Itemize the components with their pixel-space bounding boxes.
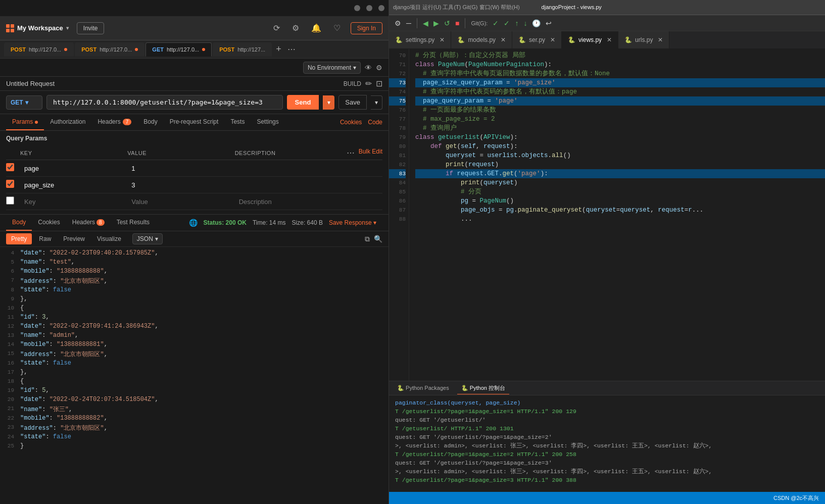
file-close-ser[interactable]: ✕ — [550, 36, 555, 43]
param-value-2[interactable] — [127, 181, 234, 189]
tab-body[interactable]: Body — [137, 114, 163, 130]
send-button[interactable]: Send — [287, 95, 319, 110]
url-input[interactable] — [46, 95, 283, 110]
method-select[interactable]: GET ▾ — [6, 95, 42, 110]
ide-tool-stop[interactable]: ■ — [454, 18, 461, 28]
file-tab-views[interactable]: 🐍 views.py ✕ — [562, 31, 618, 49]
param-checkbox-1[interactable] — [6, 163, 14, 171]
ide-git-clock[interactable]: 🕐 — [530, 18, 542, 28]
save-caret-button[interactable]: ▾ — [371, 95, 382, 110]
ide-tool-back[interactable]: ◀ — [421, 18, 430, 28]
file-tab-urls[interactable]: 🐍 urls.py ✕ — [618, 31, 669, 49]
resp-tab-headers[interactable]: Headers8 — [66, 215, 111, 231]
tab-0[interactable]: POST http://127.0... — [4, 42, 74, 57]
build-button[interactable]: BUILD — [344, 80, 361, 87]
file-close-settings[interactable]: ✕ — [440, 36, 445, 43]
tab-1[interactable]: POST http://127.0... — [75, 42, 144, 57]
save-button[interactable]: Save — [338, 95, 367, 110]
ide-status-bar: CSDN @2c不高兴 — [389, 492, 825, 504]
ide-tool-gear[interactable]: ⚙ — [393, 18, 403, 28]
param-key-empty[interactable] — [20, 198, 127, 206]
tab-method-2: GET — [152, 46, 164, 53]
close-button[interactable] — [378, 5, 384, 11]
ide-project-title: djangoProject - views.py — [542, 4, 602, 10]
save-response-button[interactable]: Save Response ▾ — [329, 219, 376, 226]
tab-params[interactable]: Params — [6, 114, 44, 130]
env-settings-icon[interactable]: ⚙ — [376, 64, 382, 72]
term-tab-packages[interactable]: 🐍 Python Packages — [393, 383, 453, 393]
env-caret-icon: ▾ — [353, 64, 356, 71]
ide-title-text: django项目 运行(U) 工具(T) Git(G) 窗口(W) 帮助(H) … — [393, 4, 602, 11]
param-value-1[interactable] — [127, 165, 234, 172]
ide-git-check2[interactable]: ✓ — [502, 18, 511, 28]
file-tab-settings[interactable]: 🐍 settings.py ✕ — [389, 31, 451, 49]
file-close-models[interactable]: ✕ — [501, 36, 506, 43]
tab-prerequest[interactable]: Pre-request Script — [164, 114, 225, 130]
invite-button[interactable]: Invite — [77, 22, 105, 34]
file-tab-models[interactable]: 🐍 models.py ✕ — [451, 31, 512, 49]
format-preview[interactable]: Preview — [58, 233, 90, 244]
ide-tool-reload[interactable]: ↺ — [443, 18, 452, 28]
resp-tab-body[interactable]: Body — [6, 215, 32, 231]
param-desc-2[interactable] — [235, 181, 342, 189]
tab-authorization[interactable]: Authorization — [44, 114, 91, 130]
add-tab-button[interactable]: + — [273, 44, 284, 55]
param-desc-empty[interactable] — [235, 198, 342, 206]
resp-tab-cookies[interactable]: Cookies — [32, 215, 66, 231]
ide-git-arrow-up[interactable]: ↑ — [513, 18, 520, 28]
param-checkbox-2[interactable] — [6, 180, 14, 188]
response-action-icons: ⧉ 🔍 — [365, 235, 382, 243]
sign-in-button[interactable]: Sign In — [351, 22, 382, 34]
copy-icon[interactable]: ⧉ — [365, 235, 370, 243]
format-visualize[interactable]: Visualize — [92, 233, 126, 244]
more-actions-icon[interactable]: ⋯ — [347, 148, 355, 158]
notifications-icon[interactable]: 🔔 — [311, 23, 321, 33]
response-format-bar: Pretty Raw Preview Visualize JSON ▾ ⧉ 🔍 — [0, 231, 389, 247]
json-line-17: 17 }, — [0, 368, 389, 377]
code-link[interactable]: Code — [368, 119, 382, 126]
resp-tab-tests[interactable]: Test Results — [111, 215, 156, 231]
terminal-tabs: 🐍 Python Packages 🐍 Python 控制台 — [389, 381, 825, 395]
bulk-edit-button[interactable]: Bulk Edit — [359, 148, 382, 158]
cookies-link[interactable]: Cookies — [340, 119, 362, 126]
format-type-label: JSON — [137, 235, 153, 242]
param-key-2[interactable] — [20, 181, 127, 189]
minimize-button[interactable] — [354, 5, 360, 11]
json-line-22: 22 "mobile": "13888888882", — [0, 414, 389, 423]
format-type-select[interactable]: JSON ▾ — [132, 233, 163, 244]
file-tab-ser[interactable]: 🐍 ser.py ✕ — [512, 31, 562, 49]
maximize-button[interactable] — [366, 5, 372, 11]
tab-url-2: http://127.0... — [167, 46, 199, 53]
search-response-icon[interactable]: 🔍 — [374, 235, 382, 243]
tab-headers[interactable]: Headers7 — [91, 114, 137, 130]
param-key-1[interactable] — [20, 165, 127, 172]
format-raw[interactable]: Raw — [34, 233, 56, 244]
tab-3[interactable]: POST http://127... — [213, 42, 272, 57]
file-close-urls[interactable]: ✕ — [658, 36, 663, 43]
code-lines-area[interactable]: 70 71 72 73 74 75 76 77 78 79 80 81 82 8… — [389, 49, 825, 381]
settings-icon[interactable]: ⚙ — [292, 23, 299, 33]
ide-tool-forward[interactable]: ▶ — [432, 18, 441, 28]
pencil-icon[interactable]: ✏ — [365, 79, 372, 88]
tab-settings[interactable]: Settings — [251, 114, 284, 130]
eye-icon[interactable]: 👁 — [365, 64, 372, 72]
more-tabs-button[interactable]: ⋯ — [285, 44, 298, 54]
ide-git-arrow-down[interactable]: ↓ — [522, 18, 528, 28]
ide-tool-minus[interactable]: ─ — [405, 18, 413, 28]
tab-2[interactable]: GET http://127.0... — [145, 42, 212, 57]
param-desc-1[interactable] — [235, 165, 342, 172]
favorites-icon[interactable]: ♡ — [333, 23, 341, 33]
param-value-empty[interactable] — [127, 198, 234, 206]
term-tab-console[interactable]: 🐍 Python 控制台 — [457, 382, 509, 394]
environment-select[interactable]: No Environment ▾ — [303, 62, 361, 74]
format-pretty[interactable]: Pretty — [6, 233, 32, 244]
send-caret-button[interactable]: ▾ — [323, 95, 334, 110]
param-checkbox-3[interactable] — [6, 196, 14, 205]
more-options-icon[interactable]: ⊡ — [376, 79, 382, 88]
file-close-views[interactable]: ✕ — [607, 36, 612, 43]
ide-git-check[interactable]: ✓ — [491, 18, 500, 28]
sync-icon[interactable]: ⟳ — [273, 23, 280, 33]
ide-git-undo[interactable]: ↩ — [544, 18, 553, 28]
workspace-logo[interactable]: My Workspace ▾ — [6, 24, 69, 32]
tab-tests[interactable]: Tests — [224, 114, 251, 130]
